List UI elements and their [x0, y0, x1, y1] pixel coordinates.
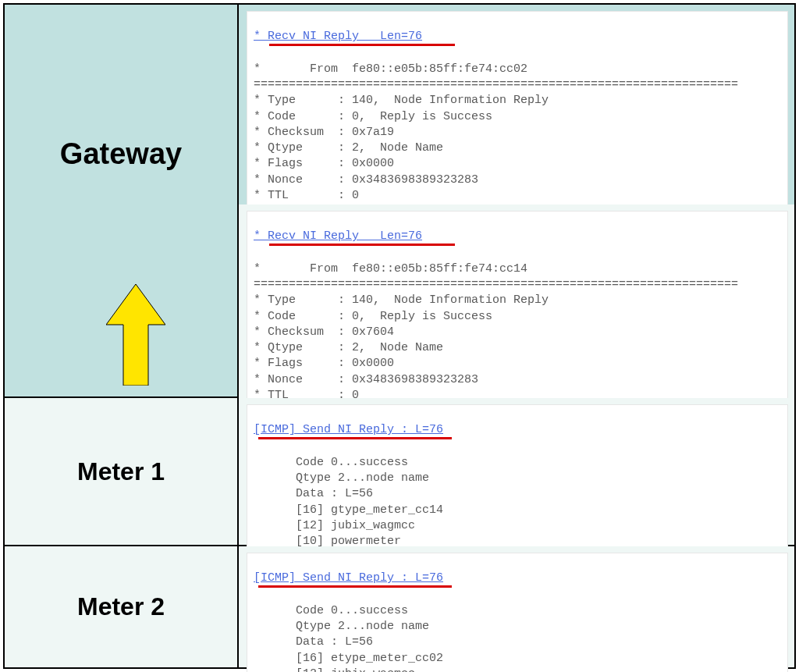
from-line: * From fe80::e05b:85ff:fe74:cc02 — [254, 62, 527, 76]
diagram-root: Gateway * Recv NI Reply Len=76 * From fe… — [0, 0, 799, 672]
type-line: * Type : 140, Node Information Reply — [254, 94, 549, 107]
send-ni-reply-header: [ICMP] Send NI Reply : L=76 — [254, 571, 443, 586]
flags-line: * Flags : 0x0000 — [254, 157, 394, 170]
sep-line: ========================================… — [254, 78, 738, 91]
seg-line: [12] jubix_wagmcc — [254, 519, 415, 532]
cell-meter2-pane: [ICMP] Send NI Reply : L=76 Code 0...suc… — [239, 546, 794, 667]
cell-meter1-label: Meter 1 — [5, 398, 239, 545]
seg-line: [16] etype_meter_cc02 — [254, 652, 443, 665]
gateway-pane-wrap-b: * Recv NI Reply Len=76 * From fe80::e05b… — [239, 204, 794, 400]
from-line: * From fe80::e05b:85ff:fe74:cc14 — [254, 262, 527, 276]
qtype-line: * Qtype : 2, Node Name — [254, 341, 443, 354]
meter2-pane: [ICMP] Send NI Reply : L=76 Code 0...suc… — [247, 553, 788, 672]
gateway-title: Gateway — [60, 137, 182, 171]
data-line: Data : L=56 — [254, 635, 373, 649]
type-line: * Type : 140, Node Information Reply — [254, 293, 549, 307]
meter1-title: Meter 1 — [77, 457, 165, 486]
code-line: * Code : 0, Reply is Success — [254, 110, 492, 123]
row-gateway: Gateway * Recv NI Reply Len=76 * From fe… — [5, 5, 794, 398]
row-meter1: Meter 1 [ICMP] Send NI Reply : L=76 Code… — [5, 398, 794, 546]
nonce-line: * Nonce : 0x3483698389323283 — [254, 373, 478, 386]
svg-marker-0 — [106, 284, 165, 386]
send-ni-reply-header: [ICMP] Send NI Reply : L=76 — [254, 422, 443, 438]
seg-line: [12] jubix_waemcc — [254, 667, 415, 672]
qtype-line: Qtype 2...node name — [254, 620, 429, 633]
sep-line: ========================================… — [254, 278, 738, 291]
checksum-line: * Checksum : 0x7a19 — [254, 126, 394, 139]
seg-line: [16] gtype_meter_cc14 — [254, 503, 443, 517]
table-grid: Gateway * Recv NI Reply Len=76 * From fe… — [3, 3, 796, 669]
up-arrow-icon — [106, 284, 165, 386]
code-line: Code 0...success — [254, 456, 408, 469]
code-line: * Code : 0, Reply is Success — [254, 310, 492, 323]
flags-line: * Flags : 0x0000 — [254, 357, 394, 370]
data-line: Data : L=56 — [254, 487, 373, 500]
cell-gateway-label: Gateway — [5, 5, 239, 396]
code-line: Code 0...success — [254, 604, 408, 617]
recv-ni-reply-header: * Recv NI Reply Len=76 — [254, 29, 422, 44]
ttl-line: * TTL : 0 — [254, 189, 359, 202]
recv-ni-reply-header: * Recv NI Reply Len=76 — [254, 229, 422, 244]
qtype-line: * Qtype : 2, Node Name — [254, 141, 443, 155]
meter2-title: Meter 2 — [77, 592, 165, 621]
qtype-line: Qtype 2...node name — [254, 471, 429, 485]
cell-meter1-pane: [ICMP] Send NI Reply : L=76 Code 0...suc… — [239, 398, 794, 545]
row-meter2: Meter 2 [ICMP] Send NI Reply : L=76 Code… — [5, 546, 794, 667]
checksum-line: * Checksum : 0x7604 — [254, 325, 394, 339]
gateway-pane-wrap-a: * Recv NI Reply Len=76 * From fe80::e05b… — [239, 5, 794, 204]
cell-meter2-label: Meter 2 — [5, 546, 239, 667]
cell-gateway-panes: * Recv NI Reply Len=76 * From fe80::e05b… — [239, 5, 794, 396]
nonce-line: * Nonce : 0x3483698389323283 — [254, 173, 478, 187]
